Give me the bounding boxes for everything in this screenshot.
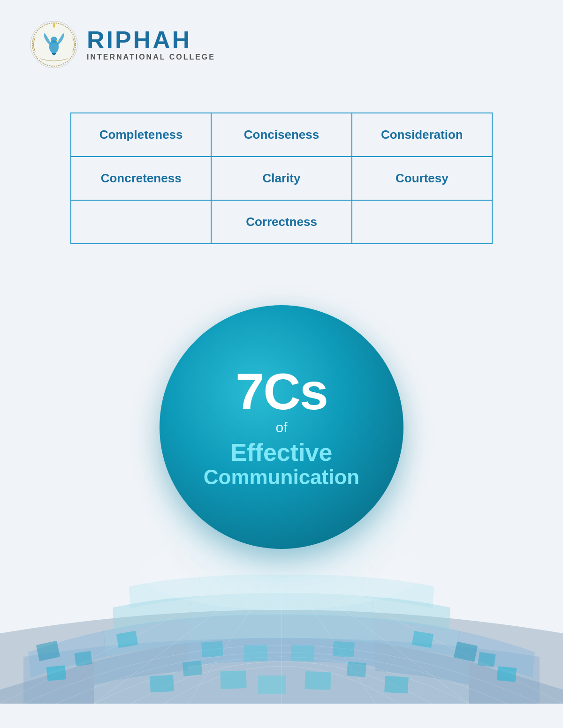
logo-container: RIPHAH INTERNATIONAL COLLEGE: [28, 19, 215, 70]
table-cell-concreteness: Concreteness: [71, 157, 211, 200]
table-row: Concreteness Clarity Courtesy: [71, 157, 492, 200]
7cs-grid-table: Completeness Conciseness Consideration C…: [70, 113, 493, 244]
circle-effective-text: Effective: [231, 439, 333, 466]
logo-emblem: [28, 19, 80, 70]
grid-section: Completeness Conciseness Consideration C…: [70, 113, 493, 244]
logo-riphah: RIPHAH: [87, 28, 215, 52]
table-row: Completeness Conciseness Consideration: [71, 113, 492, 157]
circle-7cs-text: 7Cs: [236, 366, 327, 417]
svg-rect-30: [333, 641, 355, 657]
table-row: Correctness: [71, 200, 492, 244]
svg-rect-28: [244, 645, 268, 662]
table-cell-consideration: Consideration: [352, 113, 492, 157]
svg-rect-17: [183, 660, 202, 676]
circle-of-text: of: [275, 420, 287, 435]
svg-rect-22: [384, 676, 409, 694]
svg-rect-14: [74, 651, 92, 667]
svg-rect-27: [201, 641, 223, 658]
svg-rect-21: [347, 661, 366, 677]
table-cell-empty-right: [352, 200, 492, 244]
table-cell-conciseness: Conciseness: [211, 113, 351, 157]
svg-rect-24: [478, 652, 496, 668]
main-circle: 7Cs of Effective Communication: [160, 305, 403, 549]
svg-point-4: [51, 37, 57, 43]
svg-rect-18: [220, 670, 246, 689]
svg-rect-13: [46, 665, 66, 681]
table-cell-clarity: Clarity: [211, 157, 351, 200]
svg-rect-20: [304, 671, 331, 690]
table-cell-completeness: Completeness: [71, 113, 211, 157]
svg-rect-25: [497, 666, 517, 682]
bottom-section: 7Cs of Effective Communication: [0, 282, 563, 704]
header: RIPHAH INTERNATIONAL COLLEGE: [0, 0, 563, 84]
logo-subtitle: INTERNATIONAL COLLEGE: [87, 53, 215, 61]
svg-rect-16: [150, 675, 174, 693]
svg-rect-19: [258, 675, 286, 694]
logo-text: RIPHAH INTERNATIONAL COLLEGE: [87, 28, 215, 61]
table-cell-correctness: Correctness: [211, 200, 351, 244]
table-cell-empty-left: [71, 200, 211, 244]
table-cell-courtesy: Courtesy: [352, 157, 492, 200]
svg-rect-29: [291, 645, 315, 662]
circle-communication-text: Communication: [204, 466, 359, 488]
